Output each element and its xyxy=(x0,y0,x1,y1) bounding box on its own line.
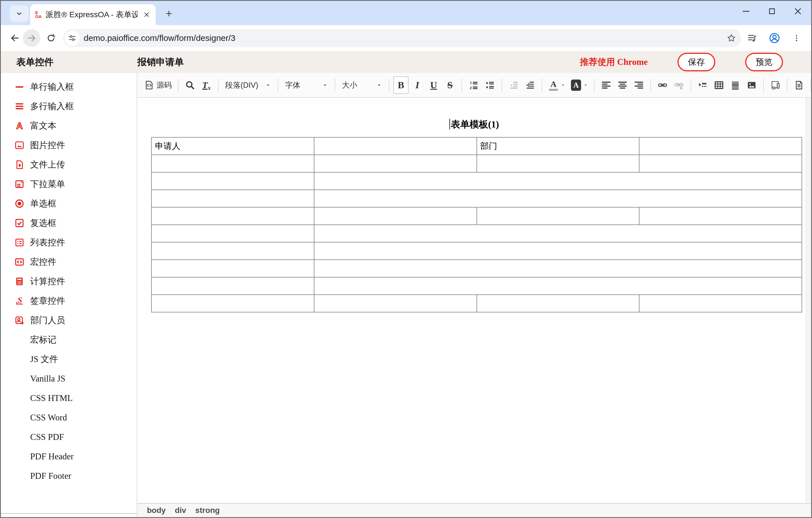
underline-button[interactable]: U xyxy=(426,77,441,94)
table-cell[interactable] xyxy=(151,207,314,225)
remove-format-button[interactable]: Tx xyxy=(199,77,214,94)
sidebar-item[interactable]: PDF Header xyxy=(1,447,137,466)
sidebar-item[interactable]: 下拉菜单 xyxy=(1,174,137,194)
source-button[interactable]: 源码 xyxy=(142,77,174,94)
sidebar-item[interactable]: Vanilla JS xyxy=(1,369,137,388)
sidebar-item[interactable]: JS 文件 xyxy=(1,349,137,369)
sidebar-item[interactable]: 单行输入框 xyxy=(1,77,137,96)
tab-search-button[interactable] xyxy=(10,5,28,22)
document-title[interactable]: 表单模板(1) xyxy=(137,118,811,131)
table-cell[interactable] xyxy=(477,207,639,225)
table-cell[interactable] xyxy=(314,260,802,277)
table-cell[interactable] xyxy=(477,295,639,312)
sidebar-item[interactable]: 单选框 xyxy=(1,194,137,213)
sidebar-item[interactable]: 列表控件 xyxy=(1,233,137,252)
table-cell[interactable] xyxy=(639,137,802,155)
table-cell[interactable] xyxy=(151,225,314,242)
table-cell[interactable]: 部门 xyxy=(477,137,639,155)
browser-menu-button[interactable] xyxy=(790,32,803,44)
table-cell[interactable] xyxy=(151,172,314,190)
italic-button[interactable]: I xyxy=(410,77,425,94)
table-cell[interactable] xyxy=(314,277,802,295)
font-dropdown[interactable]: 字体 xyxy=(282,77,331,94)
editor-scrollbar[interactable] xyxy=(806,98,811,503)
sidebar-item[interactable]: Sx签章控件 xyxy=(1,291,137,311)
unlink-button[interactable] xyxy=(671,77,687,94)
table-cell[interactable] xyxy=(151,155,314,172)
bg-color-button[interactable]: A xyxy=(569,77,590,94)
table-cell[interactable] xyxy=(314,190,802,207)
table-cell[interactable] xyxy=(151,277,314,295)
bulleted-list-button[interactable] xyxy=(483,77,498,94)
profile-avatar-button[interactable] xyxy=(768,32,781,44)
table-cell[interactable] xyxy=(151,295,314,312)
size-dropdown[interactable]: 大小 xyxy=(339,77,385,94)
table-cell[interactable]: 申请人 xyxy=(151,137,314,155)
link-button[interactable] xyxy=(655,77,670,94)
outdent-button[interactable] xyxy=(506,77,521,94)
url-text[interactable]: demo.paioffice.com/flow/form/designer/3 xyxy=(83,33,722,43)
save-button[interactable]: 保存 xyxy=(677,53,715,71)
close-window-button[interactable] xyxy=(793,6,803,16)
back-button[interactable] xyxy=(7,30,23,46)
browser-tab[interactable]: EOA 派胜® ExpressOA - 表单设计器 xyxy=(30,4,156,25)
table-cell[interactable] xyxy=(314,172,802,190)
url-bar[interactable]: demo.paioffice.com/flow/form/designer/3 xyxy=(63,29,741,47)
sidebar-item[interactable]: A富文本 xyxy=(1,116,137,135)
sidebar-item[interactable]: 复选框 xyxy=(1,213,137,233)
table-cell[interactable] xyxy=(151,260,314,277)
form-table[interactable]: 申请人部门 xyxy=(151,137,802,312)
table-cell[interactable] xyxy=(477,155,639,172)
align-center-button[interactable] xyxy=(615,77,630,94)
numbered-list-button[interactable]: 12 xyxy=(466,77,481,94)
site-settings-button[interactable] xyxy=(64,30,80,46)
document-button[interactable] xyxy=(791,77,807,94)
sidebar-item[interactable]: 部门人员 xyxy=(1,311,137,330)
sidebar-item[interactable]: 宏标记 xyxy=(1,330,137,349)
bookmark-star-button[interactable] xyxy=(725,32,738,45)
sidebar-item[interactable]: 文件上传 xyxy=(1,155,137,174)
sidebar-item[interactable]: 计算控件 xyxy=(1,271,137,291)
table-cell[interactable] xyxy=(314,137,477,155)
table-cell[interactable] xyxy=(314,155,477,172)
table-cell[interactable] xyxy=(151,190,314,207)
text-color-button[interactable]: A xyxy=(546,77,568,94)
placeholder-button[interactable] xyxy=(768,77,783,94)
insert-image-button[interactable] xyxy=(744,77,759,94)
maximize-window-button[interactable] xyxy=(767,6,777,16)
bold-button[interactable]: B xyxy=(393,77,409,94)
table-cell[interactable] xyxy=(639,155,802,172)
element-path-item[interactable]: body xyxy=(147,506,166,515)
forward-button[interactable] xyxy=(23,29,40,47)
indent-button[interactable] xyxy=(522,77,538,94)
table-cell[interactable] xyxy=(639,295,802,312)
table-cell[interactable] xyxy=(314,295,477,312)
table-cell[interactable] xyxy=(314,242,802,260)
line-height-button[interactable] xyxy=(728,77,743,94)
table-cell[interactable] xyxy=(314,225,802,242)
minimize-button[interactable] xyxy=(741,6,751,16)
table-cell[interactable] xyxy=(151,242,314,260)
tab-close-icon[interactable] xyxy=(142,9,152,20)
editor-content[interactable]: 表单模板(1) 申请人部门 xyxy=(137,98,811,503)
align-left-button[interactable] xyxy=(599,77,614,94)
new-tab-button[interactable] xyxy=(161,6,176,21)
preview-button[interactable]: 预览 xyxy=(745,53,783,71)
paragraph-dropdown[interactable]: 段落(DIV) xyxy=(223,77,274,94)
sidebar-item[interactable]: 宏控件 xyxy=(1,252,137,271)
sidebar-item[interactable]: PDF Footer xyxy=(1,466,137,486)
element-path-item[interactable]: div xyxy=(175,506,186,515)
sidebar-item[interactable]: 多行输入框 xyxy=(1,96,137,116)
insert-table-button[interactable] xyxy=(712,77,727,94)
media-controls-button[interactable] xyxy=(746,32,759,44)
sidebar-item[interactable]: CSS HTML xyxy=(1,388,137,408)
page-break-button[interactable] xyxy=(695,77,710,94)
strikethrough-button[interactable]: S xyxy=(442,77,458,94)
table-cell[interactable] xyxy=(639,207,802,225)
sidebar-item[interactable]: 图片控件 xyxy=(1,135,137,155)
find-button[interactable] xyxy=(182,77,198,94)
sidebar-item[interactable]: CSS PDF xyxy=(1,427,137,447)
element-path-item[interactable]: strong xyxy=(195,506,220,515)
reload-button[interactable] xyxy=(43,30,59,46)
align-right-button[interactable] xyxy=(631,77,646,94)
